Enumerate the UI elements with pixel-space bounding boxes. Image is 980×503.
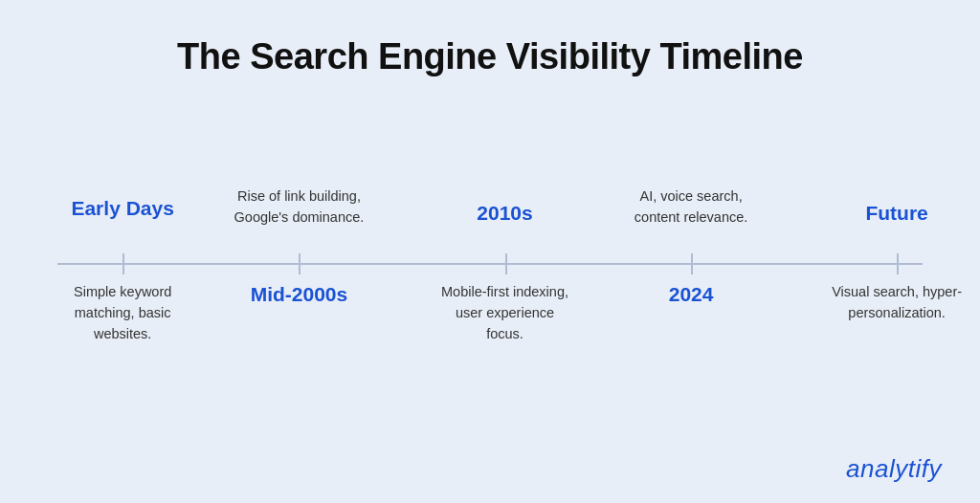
tick-early-days	[122, 253, 124, 274]
branding: analytify	[846, 454, 942, 484]
desc-text-2024: AI, voice search, content relevance.	[624, 186, 758, 229]
branding-text: analytify	[846, 454, 942, 483]
desc-2010s: Mobile-first indexing, user experience f…	[438, 282, 572, 344]
era-label-future: Future	[830, 201, 964, 225]
era-label-early-days: Early Days	[56, 196, 189, 220]
timeline-item-early-days: Early Days	[56, 196, 189, 220]
era-label-2024: 2024	[624, 282, 758, 306]
timeline-item-2024: 2024	[624, 282, 758, 306]
timeline-item-2010s: 2010s	[438, 201, 572, 225]
tick-2024	[691, 253, 693, 274]
page-container: The Search Engine Visibility Timeline Ea…	[0, 0, 980, 503]
desc-2024: AI, voice search, content relevance.	[624, 186, 758, 229]
tick-mid-2000s	[299, 253, 301, 274]
tick-2010s	[505, 253, 507, 274]
page-title: The Search Engine Visibility Timeline	[177, 36, 803, 77]
tick-future	[897, 253, 899, 274]
era-label-mid-2000s: Mid-2000s	[232, 282, 366, 306]
desc-text-mid-2000s: Rise of link building, Google's dominanc…	[232, 186, 366, 229]
desc-text-2010s: Mobile-first indexing, user experience f…	[438, 282, 572, 344]
desc-text-early-days: Simple keyword matching, basic websites.	[56, 282, 189, 344]
desc-text-future: Visual search, hyper-personalization.	[830, 282, 964, 324]
desc-mid-2000s: Rise of link building, Google's dominanc…	[232, 186, 366, 229]
desc-early-days: Simple keyword matching, basic websites.	[56, 282, 189, 344]
desc-future: Visual search, hyper-personalization.	[830, 282, 964, 324]
timeline-item-future: Future	[830, 201, 964, 225]
timeline-line	[57, 263, 923, 265]
timeline-item-mid-2000s: Mid-2000s	[232, 282, 366, 306]
era-label-2010s: 2010s	[438, 201, 572, 225]
